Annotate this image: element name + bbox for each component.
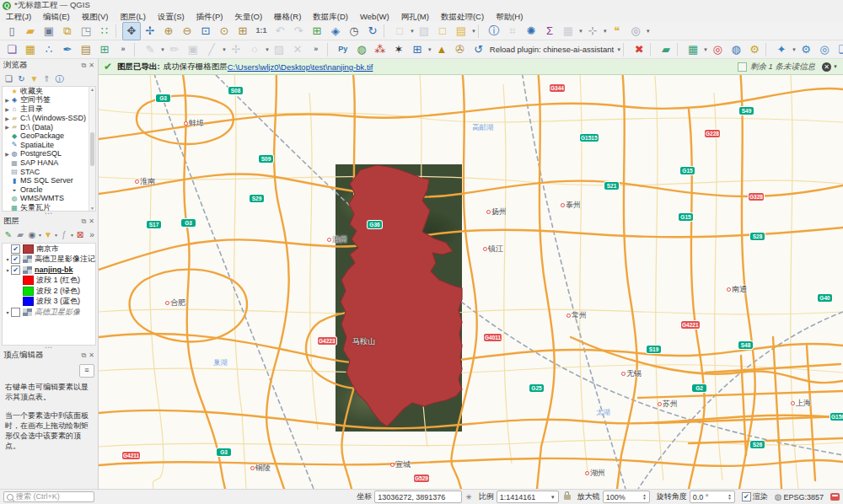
browser-item-Oracle[interactable]: ◒Oracle: [3, 185, 95, 195]
menu-item-12[interactable]: 数据处理(C): [435, 11, 490, 22]
toolbar-overflow-digitize-icon[interactable]: »: [307, 40, 325, 59]
add-delimited-text-layer-icon[interactable]: ∴: [40, 40, 58, 59]
layer-item-波段 1 (红色)[interactable]: 波段 1 (红色): [3, 276, 95, 287]
georeferencer-icon[interactable]: ▲: [432, 40, 451, 59]
remove-layer-icon[interactable]: ⊠: [74, 228, 86, 241]
zoom-in-icon[interactable]: ⊕: [159, 22, 178, 40]
browser-item-GeoPackage[interactable]: ◆GeoPackage: [3, 131, 95, 141]
osgeo4w-shortcut-icon[interactable]: ✖: [630, 40, 648, 59]
add-vector-layer-icon[interactable]: ❏: [3, 40, 21, 59]
browser-float-icon[interactable]: ⧉: [82, 62, 87, 70]
select-by-form-icon[interactable]: ▧: [415, 22, 433, 40]
crs-value[interactable]: EPSG:3857: [783, 493, 824, 501]
first-aid-debug-icon[interactable]: ✶: [389, 40, 408, 59]
browser-scrollbar[interactable]: ▲▼: [89, 87, 95, 211]
basemap-gallery-icon[interactable]: ▦: [684, 40, 702, 59]
menu-item-13[interactable]: 帮助(H): [490, 11, 529, 22]
add-raster-layer-icon[interactable]: ▦: [21, 40, 40, 59]
menu-item-6[interactable]: 插件(P): [191, 11, 229, 22]
refresh-map-icon[interactable]: ↻: [363, 22, 382, 40]
layer-item-高德卫星影像[interactable]: ▾高德卫星影像: [3, 307, 95, 318]
zoom-to-layer-icon[interactable]: ⊞: [234, 22, 252, 40]
vertex-float-icon[interactable]: ⧉: [82, 351, 87, 360]
exported-file-link[interactable]: C:\Users\wljz0\Desktop\test\nanjing-bk.t…: [228, 62, 373, 72]
browser-item-STAC[interactable]: ▤STAC: [3, 167, 95, 176]
save-layer-edits-icon[interactable]: ▣: [184, 40, 202, 59]
processing-toolbox-icon[interactable]: ✺: [522, 22, 540, 40]
expand-icon[interactable]: ▶: [4, 151, 10, 157]
add-feature-icon[interactable]: ╱: [202, 40, 221, 59]
open-layer-styling-icon[interactable]: ✎: [3, 228, 14, 241]
message-close-dropdown-icon[interactable]: ▼: [833, 64, 838, 69]
layer-item-波段 3 (蓝色)[interactable]: 波段 3 (蓝色): [3, 297, 95, 308]
add-wms-layer-icon[interactable]: ⊞: [95, 40, 114, 59]
browser-item-MS SQL Server[interactable]: ▮MS SQL Server: [3, 176, 95, 185]
zoom-last-icon[interactable]: ↶: [271, 22, 289, 40]
layout-manager-icon[interactable]: ◳: [77, 22, 95, 40]
collapse-icon[interactable]: ▾: [4, 256, 11, 262]
locator-search-input[interactable]: 搜索 (Ctrl+K): [3, 491, 94, 502]
plugin-search-icon[interactable]: ◎: [815, 40, 834, 59]
menu-item-10[interactable]: Web(W): [354, 11, 395, 22]
move-feature-icon[interactable]: ✢: [227, 40, 245, 59]
browser-item-主目录[interactable]: ▶⌂主目录: [3, 105, 95, 114]
browser-item-C:\ (Windows-SSD)[interactable]: ▶▰C:\ (Windows-SSD): [3, 114, 95, 123]
pan-map-icon[interactable]: ✥: [122, 22, 141, 40]
manage-map-themes-icon[interactable]: ◉: [26, 228, 38, 241]
save-project-as-icon[interactable]: ⧉: [58, 22, 77, 40]
menu-item-3[interactable]: 视图(V): [76, 11, 115, 22]
magnifier-spinbox[interactable]: 100%▲▼: [603, 491, 650, 503]
browser-refresh-icon[interactable]: ↻: [15, 72, 28, 85]
select-by-value-dropdown-icon[interactable]: ▼: [471, 29, 476, 34]
delete-selected-icon[interactable]: ✕: [288, 40, 307, 59]
spatial-bookmarks-icon[interactable]: ◈: [326, 22, 345, 40]
select-by-value-icon[interactable]: ▤: [452, 22, 470, 40]
zoom-out-icon[interactable]: ⊖: [178, 22, 196, 40]
modify-attributes-icon[interactable]: ▨: [270, 40, 288, 59]
filter-by-expression-icon[interactable]: ƒ: [58, 228, 70, 241]
browser-item-D:\ (Data)[interactable]: ▶▰D:\ (Data): [3, 122, 95, 131]
scale-lock-icon[interactable]: [564, 495, 571, 500]
expand-icon[interactable]: ▶: [4, 97, 10, 103]
browser-collapse-all-icon[interactable]: ⇑: [40, 72, 53, 85]
toggle-editing-icon[interactable]: ✏: [165, 40, 184, 59]
add-mesh-layer-icon[interactable]: ▤: [77, 40, 95, 59]
toolbar-overflow-add-icon[interactable]: »: [114, 40, 132, 59]
open-project-icon[interactable]: ▰: [21, 22, 40, 40]
browser-item-矢量瓦片[interactable]: ▦矢量瓦片: [3, 203, 95, 212]
geocoding-search-icon[interactable]: ◎: [708, 40, 727, 59]
zoom-next-icon[interactable]: ↷: [289, 22, 308, 40]
expand-icon[interactable]: ▶: [4, 115, 10, 121]
add-spatialite-layer-icon[interactable]: ✒: [58, 40, 77, 59]
menu-item-11[interactable]: 网孔(M): [395, 11, 435, 22]
collapse-icon[interactable]: ▾: [4, 267, 11, 273]
menu-item-2[interactable]: 编辑(E): [37, 11, 76, 22]
layer-visibility-checkbox[interactable]: [11, 308, 20, 317]
browser-item-SpatiaLite[interactable]: ✎SpatiaLite: [3, 141, 95, 150]
menu-item-8[interactable]: 栅格(R): [268, 11, 307, 22]
browser-filter-icon[interactable]: ▼: [28, 72, 40, 85]
globe-tool-icon[interactable]: ◍: [727, 40, 745, 59]
options-tool-icon[interactable]: ⚙: [745, 40, 764, 59]
expand-icon[interactable]: ▶: [4, 124, 10, 130]
layers-overflow-icon[interactable]: »: [86, 228, 98, 241]
browser-properties-icon[interactable]: ⓘ: [53, 72, 66, 85]
map-canvas[interactable]: 蚌埠淮南滁州合肥扬州泰州镇江南通常州无锡苏州上海湖州宣城铜陵马鞍山高邮湖巢湖太湖…: [99, 59, 843, 489]
plugin-extent-capture-icon[interactable]: ❏: [834, 40, 843, 59]
plugin-reloader-dropdown-icon[interactable]: ▼: [616, 47, 621, 52]
zoom-native-icon[interactable]: 1:1: [252, 22, 271, 40]
browser-add-layer-icon[interactable]: ❏: [3, 72, 15, 85]
menu-item-4[interactable]: 图层(L): [114, 11, 152, 22]
menu-item-7[interactable]: 矢量(O): [228, 11, 268, 22]
save-project-icon[interactable]: ▣: [40, 22, 58, 40]
vertex-menu-button[interactable]: ≡: [79, 364, 94, 378]
plugin-gear-icon[interactable]: ⚙: [797, 40, 815, 59]
zoom-full-icon[interactable]: ⊡: [196, 22, 215, 40]
rotation-spinbox[interactable]: 0.0 °▲▼: [690, 491, 735, 503]
data-grid-tool-icon[interactable]: ⊞: [408, 40, 427, 59]
browser-close-icon[interactable]: ✕: [89, 62, 94, 69]
style-manager-icon[interactable]: ∷: [95, 22, 114, 40]
python-console-icon[interactable]: Py: [334, 40, 352, 59]
data-grid-tool-dropdown-icon[interactable]: ▼: [427, 47, 432, 52]
map-tips-icon[interactable]: ❝: [608, 22, 626, 40]
